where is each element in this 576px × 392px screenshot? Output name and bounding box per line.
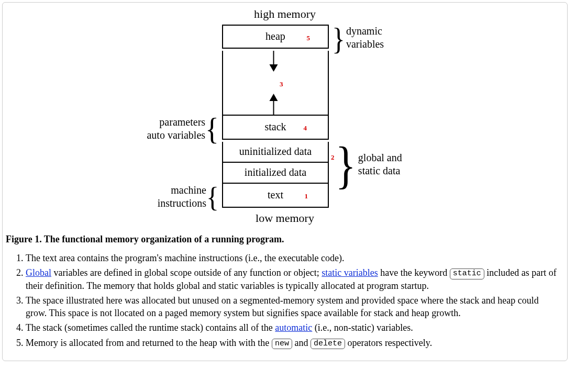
marker-2: 2 — [331, 153, 335, 162]
dynamic-variables-label: dynamic variables — [346, 25, 384, 51]
link-automatic[interactable]: automatic — [275, 322, 312, 333]
marker-5: 5 — [307, 34, 311, 42]
segment-uninitialized-data: uninitialized data — [222, 142, 329, 163]
code-static: static — [450, 268, 484, 279]
memory-diagram: heap 5 } dynamic variables 3 — [86, 25, 484, 210]
note-1: The text area contains the program's mac… — [26, 252, 557, 264]
code-new: new — [272, 339, 292, 350]
segment-gap: 3 — [222, 51, 329, 116]
segment-heap: heap 5 — [222, 25, 329, 49]
marker-1: 1 — [305, 192, 308, 200]
parameters-label: parameters auto variables — [147, 116, 205, 142]
note-3: The space illustrated here was allocated… — [26, 294, 557, 320]
code-delete: delete — [311, 339, 345, 350]
segment-text-label: text — [268, 188, 283, 201]
segment-heap-label: heap — [265, 30, 285, 43]
note-2: Global variables are defined in global s… — [26, 266, 557, 292]
segment-init-label: initialized data — [245, 166, 306, 179]
high-memory-label: high memory — [6, 7, 564, 21]
low-memory-label: low memory — [6, 211, 564, 226]
figure: high memory heap 5 } dynamic variables — [6, 7, 564, 225]
marker-4: 4 — [304, 124, 307, 132]
segment-initialized-data: initialized data — [222, 163, 329, 184]
segment-stack: stack 4 — [222, 116, 329, 140]
figure-notes: The text area contains the program's mac… — [20, 252, 560, 350]
note-4: The stack (sometimes called the runtime … — [26, 321, 557, 334]
document-frame: high memory heap 5 } dynamic variables — [2, 2, 568, 361]
marker-3: 3 — [280, 80, 283, 88]
segment-stack-label: stack — [264, 120, 286, 133]
note-5: Memory is allocated from and returned to… — [26, 337, 557, 350]
link-global[interactable]: Global — [26, 267, 51, 278]
segment-uninit-label: uninitialized data — [239, 145, 312, 158]
link-static-variables[interactable]: static variables — [322, 267, 378, 278]
figure-caption: Figure 1. The functional memory organiza… — [6, 233, 564, 245]
segment-text: text 1 — [222, 184, 329, 208]
machine-instructions-label: machine instructions — [158, 184, 206, 210]
